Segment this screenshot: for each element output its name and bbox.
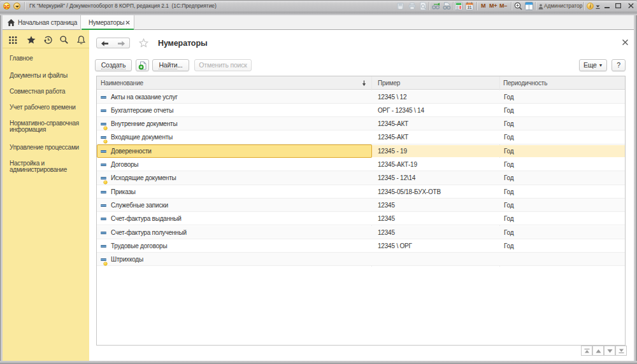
svg-text:31: 31 [467,5,472,10]
